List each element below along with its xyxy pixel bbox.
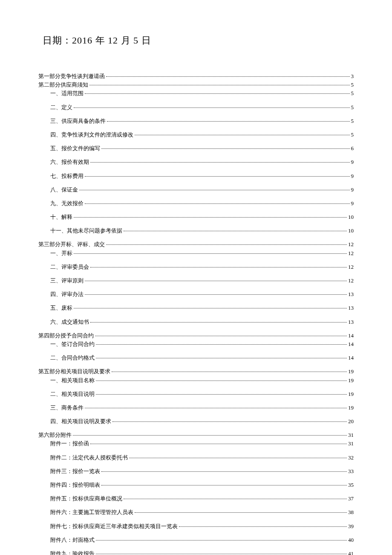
toc-entry: 三、商务条件19 <box>50 404 354 412</box>
toc-leader-dots <box>85 203 350 204</box>
toc-entry-label: 二、评审委员会 <box>50 263 89 271</box>
toc-entry-page: 3 <box>351 73 354 80</box>
toc-entry-label: 三、商务条件 <box>50 404 84 412</box>
toc-entry: 二、相关项目说明19 <box>50 390 354 398</box>
toc-entry-label: 附件二：法定代表人授权委托书 <box>50 454 128 462</box>
toc-entry-label: 一、相关项目名称 <box>50 377 95 384</box>
toc-entry-page: 13 <box>348 291 354 298</box>
toc-entry-label: 七、投标费用 <box>50 172 84 180</box>
toc-entry: 一、相关项目名称19 <box>50 377 354 384</box>
toc-entry-page: 20 <box>348 418 354 425</box>
toc-entry-label: 九、无效报价 <box>50 200 84 207</box>
toc-entry-label: 一、签订合同合约 <box>50 340 95 348</box>
toc-leader-dots <box>73 435 347 436</box>
toc-entry-label: 附件三：报价一览表 <box>50 468 100 475</box>
toc-leader-dots <box>135 135 350 135</box>
toc-entry-page: 5 <box>351 117 354 125</box>
toc-entry: 一、签订合同合约14 <box>50 340 354 348</box>
toc-entry-label: 十、解释 <box>50 213 72 221</box>
toc-leader-dots <box>112 372 347 372</box>
toc-leader-dots <box>135 512 347 513</box>
toc-leader-dots <box>96 540 347 540</box>
toc-entry-page: 12 <box>348 241 354 248</box>
toc-entry-label: 三、评审原则 <box>50 277 84 285</box>
toc-leader-dots <box>107 121 350 122</box>
toc-entry: 六、成交通知书13 <box>50 318 354 326</box>
toc-leader-dots <box>106 244 347 245</box>
toc-leader-dots <box>112 421 347 422</box>
toc-entry: 第二部分供应商须知5 <box>38 81 354 89</box>
toc-entry-page: 40 <box>348 536 354 544</box>
toc-entry-label: 附件五：投标供应商单位概况 <box>50 495 122 503</box>
toc-entry: 一、适用范围5 <box>50 90 354 97</box>
toc-entry: 一、开标12 <box>50 250 354 257</box>
toc-entry-page: 39 <box>348 523 354 530</box>
toc-leader-dots <box>101 471 347 472</box>
toc-entry-label: 四、竞争性谈判文件的澄清或修改 <box>50 131 133 139</box>
toc-entry-page: 12 <box>348 250 354 257</box>
toc-leader-dots <box>79 190 350 190</box>
toc-entry: 第一部分竞争性谈判邀请函3 <box>38 73 354 80</box>
toc-leader-dots <box>85 294 347 295</box>
toc-entry: 三、供应商具备的条件5 <box>50 117 354 125</box>
toc-entry-label: 四、评审办法 <box>50 291 84 298</box>
toc-leader-dots <box>96 344 347 345</box>
toc-entry: 六、报价有效期9 <box>50 158 354 166</box>
toc-entry-label: 第一部分竞争性谈判邀请函 <box>38 73 105 80</box>
toc-entry-page: 37 <box>348 495 354 503</box>
toc-entry-label: 附件四：报价明细表 <box>50 481 100 489</box>
toc-entry-page: 31 <box>348 431 354 439</box>
toc-leader-dots <box>89 85 350 85</box>
toc-leader-dots <box>90 444 347 444</box>
toc-entry-page: 5 <box>351 131 354 139</box>
toc-entry-label: 一、开标 <box>50 250 72 257</box>
toc-entry-page: 12 <box>348 277 354 285</box>
toc-leader-dots <box>101 485 347 485</box>
toc-entry: 二、定义5 <box>50 104 354 111</box>
toc-entry-page: 9 <box>351 186 354 194</box>
toc-entry: 五、报价文件的编写6 <box>50 145 354 152</box>
toc-entry-page: 12 <box>348 263 354 271</box>
toc-entry: 附件一：报价函31 <box>50 440 354 447</box>
toc-entry-page: 19 <box>348 377 354 384</box>
toc-container: 第一部分竞争性谈判邀请函3第二部分供应商须知5一、适用范围5二、定义5三、供应商… <box>38 73 354 555</box>
toc-entry-page: 14 <box>348 354 354 362</box>
toc-entry-label: 六、报价有效期 <box>50 158 89 166</box>
toc-leader-dots <box>96 358 347 358</box>
toc-entry: 七、投标费用9 <box>50 172 354 180</box>
toc-entry-page: 10 <box>348 227 354 235</box>
toc-leader-dots <box>96 394 347 395</box>
toc-leader-dots <box>90 162 350 163</box>
toc-entry-label: 十一、其他未尽问题参考依据 <box>50 227 122 235</box>
toc-entry-label: 二、定义 <box>50 104 72 111</box>
toc-entry-page: 33 <box>348 468 354 475</box>
toc-entry: 十、解释10 <box>50 213 354 221</box>
toc-entry-label: 附件六：主要施工管理管控人员表 <box>50 509 133 516</box>
toc-leader-dots <box>101 148 350 149</box>
toc-leader-dots <box>95 336 347 336</box>
toc-entry-page: 9 <box>351 158 354 166</box>
toc-entry-page: 9 <box>351 172 354 180</box>
toc-leader-dots <box>179 526 347 527</box>
toc-entry-page: 41 <box>348 550 354 555</box>
toc-leader-dots <box>90 322 347 323</box>
toc-entry: 九、无效报价9 <box>50 200 354 207</box>
toc-leader-dots <box>129 458 347 458</box>
toc-leader-dots <box>124 231 347 231</box>
toc-entry: 附件三：报价一览表33 <box>50 468 354 475</box>
toc-entry-page: 6 <box>351 145 354 152</box>
toc-entry: 第四部分授予合同合约14 <box>38 332 354 340</box>
toc-entry-page: 13 <box>348 304 354 312</box>
toc-entry-label: 六、成交通知书 <box>50 318 89 326</box>
toc-entry: 八、保证金9 <box>50 186 354 194</box>
toc-entry-page: 13 <box>348 318 354 326</box>
toc-leader-dots <box>74 253 347 254</box>
toc-entry-page: 14 <box>348 340 354 348</box>
toc-entry: 附件二：法定代表人授权委托书32 <box>50 454 354 462</box>
toc-entry-page: 19 <box>348 404 354 412</box>
toc-leader-dots <box>124 499 347 499</box>
toc-entry: 四、评审办法13 <box>50 291 354 298</box>
toc-leader-dots <box>85 281 347 281</box>
toc-entry: 四、竞争性谈判文件的澄清或修改5 <box>50 131 354 139</box>
toc-entry: 附件八：封面格式40 <box>50 536 354 544</box>
